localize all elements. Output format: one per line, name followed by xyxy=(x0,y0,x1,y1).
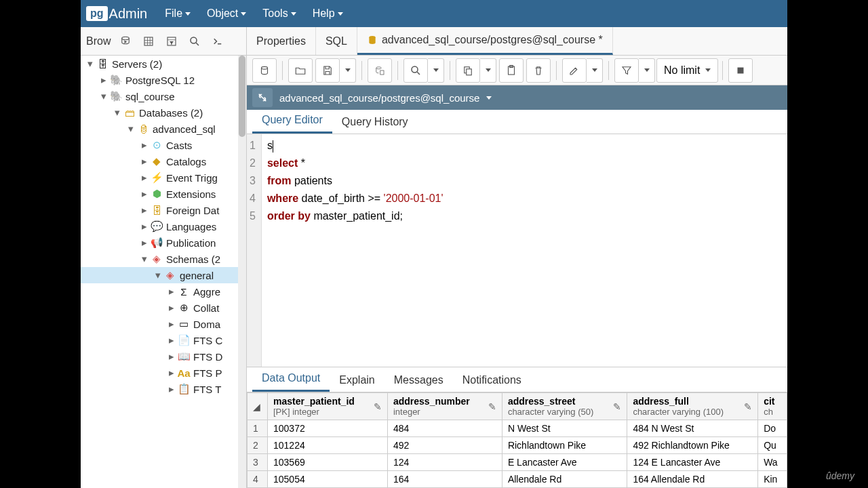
collapse-icon[interactable]: ▾ xyxy=(112,106,123,119)
pencil-icon[interactable]: ✎ xyxy=(374,401,382,412)
tab-query-history[interactable]: Query History xyxy=(332,110,418,134)
col-header-master-patient-id[interactable]: master_patient_id[PK] integer✎ xyxy=(268,393,388,420)
tab-explain[interactable]: Explain xyxy=(330,369,384,392)
menu-tools[interactable]: Tools xyxy=(256,5,302,22)
pencil-icon[interactable]: ✎ xyxy=(744,401,752,412)
expand-icon[interactable]: ▸ xyxy=(139,220,150,232)
expand-icon[interactable]: ▸ xyxy=(166,350,177,363)
query-tool-button[interactable] xyxy=(115,30,136,52)
pencil-icon[interactable]: ✎ xyxy=(488,401,496,412)
tab-sql[interactable]: SQL xyxy=(316,27,357,55)
tree-event-triggers[interactable]: ▸⚡Event Trigg xyxy=(81,169,246,186)
sidebar-scrollbar[interactable] xyxy=(238,56,246,488)
rownum-header[interactable]: ◢ xyxy=(248,393,268,420)
expand-icon[interactable]: ▸ xyxy=(139,171,150,184)
tree-collations[interactable]: ▸⊕Collat xyxy=(81,300,246,316)
expand-icon[interactable]: ▸ xyxy=(166,334,177,346)
table-row[interactable]: 1 100372 484 N West St 484 N West St Do xyxy=(248,420,787,437)
code-editor[interactable]: 12345 s select * from patients where dat… xyxy=(247,134,787,367)
rownum-cell[interactable]: 2 xyxy=(248,437,268,454)
save-dropdown[interactable] xyxy=(340,58,356,83)
cell[interactable]: 484 N West St xyxy=(627,420,758,437)
table-row[interactable]: 2 101224 492 Richlandtown Pike 492 Richl… xyxy=(248,437,787,454)
view-data-button[interactable] xyxy=(138,30,159,52)
save-button[interactable] xyxy=(315,58,340,83)
expand-icon[interactable]: ▸ xyxy=(166,383,177,395)
connection-status-button[interactable] xyxy=(252,88,273,107)
expand-icon[interactable]: ▸ xyxy=(166,318,177,330)
tree-fts-dict[interactable]: ▸📖FTS D xyxy=(81,348,246,365)
limit-select[interactable]: No limit xyxy=(656,58,718,83)
tree-casts[interactable]: ▸⊙Casts xyxy=(81,137,246,153)
expand-icon[interactable]: ▸ xyxy=(166,367,177,379)
tab-query-tool[interactable]: advanced_sql_course/postgres@sql_course … xyxy=(357,27,613,55)
collapse-icon[interactable]: ▾ xyxy=(98,90,109,102)
pencil-icon[interactable]: ✎ xyxy=(613,401,621,412)
paste-button[interactable] xyxy=(499,58,524,83)
cell[interactable]: 492 Richlandtown Pike xyxy=(627,437,758,454)
filter-button[interactable] xyxy=(614,58,639,83)
tree-sql-course[interactable]: ▾🐘sql_course xyxy=(81,88,246,104)
cell[interactable]: 103569 xyxy=(268,454,388,471)
edit-button[interactable] xyxy=(562,58,587,83)
tree-aggregates[interactable]: ▸ΣAggre xyxy=(81,283,246,300)
collapse-icon[interactable]: ▾ xyxy=(125,123,136,135)
tree-fts-parser[interactable]: ▸AaFTS P xyxy=(81,365,246,381)
cell[interactable]: 492 xyxy=(387,437,502,454)
code-content[interactable]: s select * from patients where date_of_b… xyxy=(262,134,787,367)
expand-icon[interactable]: ▸ xyxy=(139,204,150,216)
rownum-cell[interactable]: 1 xyxy=(248,420,268,437)
open-file-button[interactable] xyxy=(252,58,277,83)
tree-fts-template[interactable]: ▸📋FTS T xyxy=(81,381,246,397)
tree-advanced-sql[interactable]: ▾🛢advanced_sql xyxy=(81,121,246,137)
tab-messages[interactable]: Messages xyxy=(384,369,453,392)
tab-notifications[interactable]: Notifications xyxy=(453,369,531,392)
cell[interactable]: 100372 xyxy=(268,420,388,437)
table-row[interactable]: 4 105054 164 Allendale Rd 164 Allendale … xyxy=(248,471,787,488)
tree-domains[interactable]: ▸▭Doma xyxy=(81,316,246,332)
data-output-grid[interactable]: ◢ master_patient_id[PK] integer✎ address… xyxy=(247,392,787,488)
tab-data-output[interactable]: Data Output xyxy=(252,367,330,392)
scrollbar-thumb[interactable] xyxy=(239,56,245,137)
find-button[interactable] xyxy=(403,58,428,83)
tree-databases[interactable]: ▾🗃Databases (2) xyxy=(81,104,246,121)
tree-schemas[interactable]: ▾◈Schemas (2 xyxy=(81,251,246,267)
expand-icon[interactable]: ▸ xyxy=(166,285,177,298)
cell[interactable]: Wa xyxy=(758,454,787,471)
tree-general-schema[interactable]: ▾◈general xyxy=(81,267,246,283)
edit-dropdown[interactable] xyxy=(587,58,603,83)
expand-icon[interactable]: ▸ xyxy=(139,155,150,167)
copy-sql-button[interactable] xyxy=(368,58,392,83)
collapse-icon[interactable]: ▾ xyxy=(153,269,163,281)
cell[interactable]: 164 Allendale Rd xyxy=(627,471,758,488)
expand-icon[interactable]: ▸ xyxy=(139,188,150,200)
copy-dropdown[interactable] xyxy=(480,58,496,83)
search-button[interactable] xyxy=(184,30,205,52)
cell[interactable]: 484 xyxy=(387,420,502,437)
stop-button[interactable] xyxy=(728,58,753,83)
cell[interactable]: 101224 xyxy=(268,437,388,454)
tree-extensions[interactable]: ▸⬢Extensions xyxy=(81,186,246,202)
tree-pg12[interactable]: ▸🐘PostgreSQL 12 xyxy=(81,72,246,88)
psql-button[interactable] xyxy=(207,30,229,52)
expand-icon[interactable]: ▸ xyxy=(98,74,109,86)
cell[interactable]: 105054 xyxy=(268,471,388,488)
cell[interactable]: 124 E Lancaster Ave xyxy=(627,454,758,471)
cell[interactable]: 164 xyxy=(387,471,502,488)
cell[interactable]: Qu xyxy=(758,437,787,454)
chevron-down-icon[interactable] xyxy=(486,96,492,100)
expand-icon[interactable]: ▸ xyxy=(139,139,150,151)
menu-help[interactable]: Help xyxy=(306,5,350,22)
cell[interactable]: Allendale Rd xyxy=(502,471,627,488)
rownum-cell[interactable]: 4 xyxy=(248,471,268,488)
tree-catalogs[interactable]: ▸◆Catalogs xyxy=(81,153,246,169)
find-dropdown[interactable] xyxy=(428,58,444,83)
cell[interactable]: E Lancaster Ave xyxy=(502,454,627,471)
menu-object[interactable]: Object xyxy=(200,5,253,22)
cell[interactable]: N West St xyxy=(502,420,627,437)
menu-file[interactable]: File xyxy=(158,5,197,22)
table-row[interactable]: 3 103569 124 E Lancaster Ave 124 E Lanca… xyxy=(248,454,787,471)
tree-publications[interactable]: ▸📢Publication xyxy=(81,235,246,251)
collapse-icon[interactable]: ▾ xyxy=(85,58,96,70)
cell[interactable]: Do xyxy=(758,420,787,437)
